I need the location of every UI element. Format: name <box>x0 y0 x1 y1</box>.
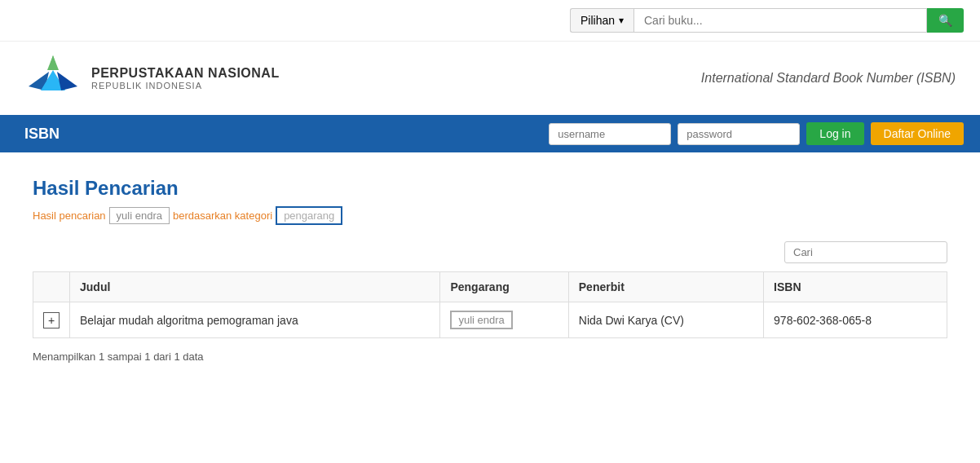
col-isbn: ISBN <box>764 272 947 302</box>
isbn-cell: 978-602-368-065-8 <box>764 302 947 338</box>
logo-area: PERPUSTAKAAN NASIONAL REPUBLIK INDONESIA <box>24 54 280 103</box>
judul-cell: Belajar mudah algoritma pemograman java <box>70 302 440 338</box>
login-button[interactable]: Log in <box>806 122 863 145</box>
expand-cell: + <box>33 302 70 338</box>
table-search-input[interactable] <box>784 241 947 263</box>
search-icon: 🔍 <box>938 14 952 27</box>
logo-subtitle: REPUBLIK INDONESIA <box>91 81 280 90</box>
subtitle-prefix: Hasil pencarian <box>33 209 106 222</box>
page-header: PERPUSTAKAAN NASIONAL REPUBLIK INDONESIA… <box>0 42 980 115</box>
search-input[interactable] <box>633 8 927 33</box>
nav-bar: ISBN Log in Daftar Online <box>0 115 980 152</box>
search-group: Pilihan 🔍 <box>570 8 964 33</box>
top-bar: Pilihan 🔍 <box>0 0 980 42</box>
penerbit-cell: Nida Dwi Karya (CV) <box>568 302 763 338</box>
col-penerbit: Penerbit <box>568 272 763 302</box>
nav-right: Log in Daftar Online <box>549 122 964 145</box>
header-row: Judul Pengarang Penerbit ISBN <box>33 272 947 302</box>
username-input[interactable] <box>549 123 671 145</box>
author-highlight: yuli endra <box>450 311 512 329</box>
col-expand <box>33 272 70 302</box>
table-search-bar <box>33 241 947 263</box>
main-content: Hasil Pencarian Hasil pencarian yuli end… <box>0 152 980 387</box>
subtitle-middle: berdasarkan kategori <box>173 209 272 222</box>
section-subtitle: Hasil pencarian yuli endra berdasarkan k… <box>33 206 947 225</box>
password-input[interactable] <box>678 123 800 145</box>
table-row: +Belajar mudah algoritma pemograman java… <box>33 302 947 338</box>
col-pengarang: Pengarang <box>440 272 568 302</box>
pengarang-cell: yuli endra <box>440 302 568 338</box>
nav-title: ISBN <box>16 126 68 143</box>
logo-text: PERPUSTAKAAN NASIONAL REPUBLIK INDONESIA <box>91 66 280 90</box>
search-button[interactable]: 🔍 <box>927 8 964 33</box>
logo-image <box>24 54 82 103</box>
logo-title: PERPUSTAKAAN NASIONAL <box>91 66 280 81</box>
section-title: Hasil Pencarian <box>33 177 947 200</box>
col-judul: Judul <box>70 272 440 302</box>
header-right-text: International Standard Book Number (ISBN… <box>701 71 956 86</box>
svg-marker-1 <box>47 55 59 70</box>
data-table: Judul Pengarang Penerbit ISBN +Belajar m… <box>33 271 947 338</box>
search-value-highlight: yuli endra <box>109 207 170 224</box>
pilihan-button[interactable]: Pilihan <box>570 8 633 33</box>
expand-button[interactable]: + <box>43 312 60 329</box>
pagination-info: Menampilkan 1 sampai 1 dari 1 data <box>33 351 947 363</box>
table-body: +Belajar mudah algoritma pemograman java… <box>33 302 947 338</box>
daftar-button[interactable]: Daftar Online <box>871 122 964 145</box>
table-header: Judul Pengarang Penerbit ISBN <box>33 272 947 302</box>
category-value-highlight: pengarang <box>276 206 342 225</box>
